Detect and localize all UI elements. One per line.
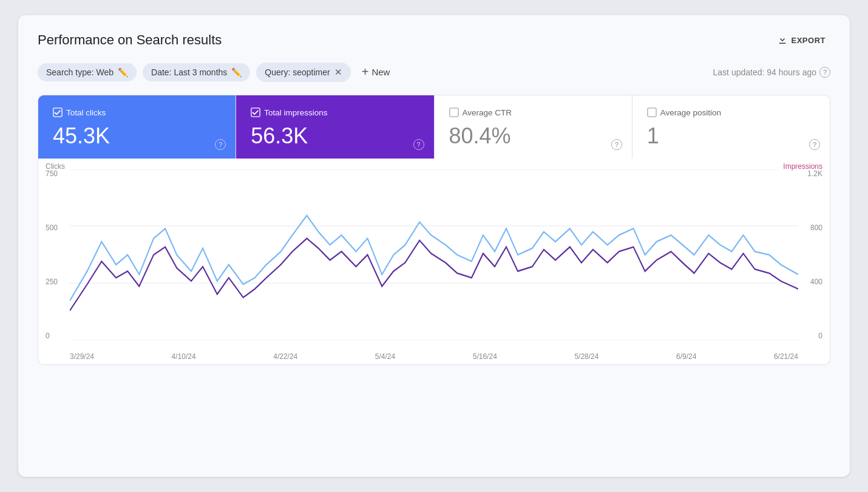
filter-date[interactable]: Date: Last 3 months ✏️	[143, 63, 250, 81]
new-filter-button[interactable]: + New	[357, 61, 395, 83]
filter-search-type[interactable]: Search type: Web ✏️	[38, 63, 137, 81]
metric-total-clicks-help: ?	[215, 138, 226, 150]
metric-total-impressions-label: Total impressions	[251, 108, 419, 117]
y-label-500: 500	[46, 224, 58, 232]
metric-total-impressions-value: 56.3K	[251, 123, 419, 149]
checkbox-checked-icon	[53, 108, 63, 117]
metric-total-clicks[interactable]: Total clicks 45.3K ?	[38, 95, 236, 159]
y-label-0-left: 0	[46, 332, 58, 340]
chart-svg	[70, 169, 798, 340]
metric-total-clicks-value: 45.3K	[53, 123, 221, 149]
chart-x-labels: 3/29/24 4/10/24 4/22/24 5/4/24 5/16/24 5…	[70, 352, 798, 361]
svg-rect-1	[251, 108, 260, 117]
last-updated-help-icon[interactable]: ?	[819, 67, 830, 78]
export-icon	[777, 35, 788, 46]
filter-query[interactable]: Query: seoptimer ✕	[256, 63, 350, 82]
filter-query-label: Query: seoptimer	[265, 67, 330, 77]
help-icon-imp[interactable]: ?	[413, 139, 424, 150]
x-label-6: 6/9/24	[676, 352, 696, 361]
x-label-7: 6/21/24	[774, 352, 798, 361]
chart-y-labels-left: 750 500 250 0	[46, 169, 58, 340]
metric-average-position-label: Average position	[647, 108, 815, 117]
metric-average-position[interactable]: Average position 1 ?	[632, 95, 830, 159]
header-row: Performance on Search results EXPORT	[38, 32, 830, 48]
metric-average-position-value: 1	[647, 123, 815, 149]
x-label-1: 4/10/24	[172, 352, 196, 361]
svg-rect-0	[53, 108, 62, 117]
export-button[interactable]: EXPORT	[772, 32, 830, 48]
last-updated: Last updated: 94 hours ago ?	[713, 67, 830, 78]
y-label-750: 750	[46, 169, 58, 178]
y-label-800: 800	[807, 224, 822, 232]
filters-row: Search type: Web ✏️ Date: Last 3 months …	[38, 61, 830, 83]
y-label-0-right: 0	[807, 332, 822, 340]
metrics-row: Total clicks 45.3K ? Total impressions 5…	[38, 95, 830, 159]
help-icon[interactable]: ?	[215, 139, 226, 150]
chart-y-labels-right: 1.2K 800 400 0	[807, 169, 822, 340]
filter-search-type-label: Search type: Web	[46, 67, 114, 77]
svg-rect-2	[449, 108, 458, 117]
page-title: Performance on Search results	[38, 32, 222, 48]
checkbox-checked-impressions-icon	[251, 108, 260, 117]
y-label-250: 250	[46, 278, 58, 286]
help-icon-ctr[interactable]: ?	[611, 139, 622, 150]
metric-average-ctr-value: 80.4%	[449, 123, 617, 149]
x-label-0: 3/29/24	[70, 352, 94, 361]
checkbox-empty-ctr-icon	[449, 108, 459, 117]
metric-average-ctr-label: Average CTR	[449, 108, 617, 117]
help-icon-pos[interactable]: ?	[809, 139, 820, 150]
x-label-5: 5/28/24	[574, 352, 598, 361]
checkbox-empty-pos-icon	[647, 108, 657, 117]
metric-average-ctr-help: ?	[611, 138, 622, 150]
metric-total-clicks-label: Total clicks	[53, 108, 221, 117]
remove-query-icon[interactable]: ✕	[334, 67, 342, 78]
metric-average-ctr[interactable]: Average CTR 80.4% ?	[435, 95, 632, 159]
metric-average-position-help: ?	[809, 138, 820, 150]
edit-icon-date: ✏️	[231, 67, 242, 77]
plus-icon: +	[362, 65, 369, 79]
metric-total-impressions-help: ?	[413, 138, 424, 150]
filter-date-label: Date: Last 3 months	[151, 67, 227, 77]
y-label-400: 400	[807, 278, 822, 286]
metric-total-impressions[interactable]: Total impressions 56.3K ?	[236, 95, 434, 159]
x-label-3: 5/4/24	[375, 352, 395, 361]
chart-svg-wrapper	[70, 169, 798, 340]
edit-icon: ✏️	[118, 67, 128, 77]
x-label-2: 4/22/24	[273, 352, 297, 361]
y-label-1200: 1.2K	[807, 169, 822, 178]
x-label-4: 5/16/24	[473, 352, 497, 361]
svg-rect-3	[648, 108, 656, 117]
main-card: Performance on Search results EXPORT Sea…	[18, 15, 850, 477]
new-filter-label: New	[371, 67, 390, 77]
chart-container: Clicks Impressions 750 500 250 0 1.2K 80…	[38, 159, 830, 365]
